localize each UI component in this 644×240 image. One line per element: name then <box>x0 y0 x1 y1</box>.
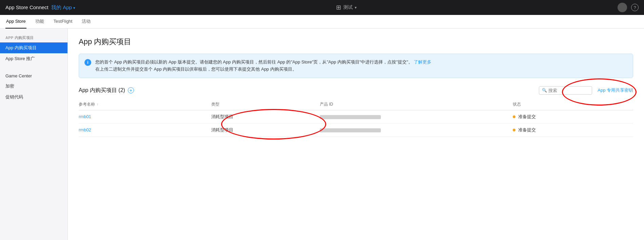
nav-activity[interactable]: 活动 <box>81 15 91 29</box>
col-header-product-id: 产品 ID <box>320 99 513 110</box>
row2-type: 消耗型项目 <box>211 123 320 136</box>
shared-key-link[interactable]: App 专用共享密钥 <box>598 87 633 93</box>
secondary-nav: App Store 功能 TestFlight 活动 <box>0 15 644 29</box>
sidebar-item-appstore-promo[interactable]: App Store 推广 <box>0 53 67 64</box>
add-iap-button[interactable]: + <box>128 87 134 93</box>
row1-type: 消耗型项目 <box>211 110 320 123</box>
sidebar-section-label: APP 内购买项目 <box>0 35 67 42</box>
section-title: App 内购买项目 (2) + <box>79 87 134 94</box>
row1-status: 准备提交 <box>513 110 633 123</box>
header-right: ? <box>618 3 639 12</box>
brand-title: App Store Connect 我的 App ▾ <box>5 4 75 11</box>
col-header-name: 参考名称 ↑ <box>79 99 211 110</box>
row2-name-link[interactable]: rmb02 <box>79 127 91 132</box>
section-title-text: App 内购买项目 (2) <box>79 87 125 94</box>
row2-id-blurred <box>320 128 381 132</box>
row2-product-id <box>320 123 513 136</box>
top-header: App Store Connect 我的 App ▾ ⊞ 测试 ▾ ? <box>0 0 644 15</box>
main-content: App 内购买项目 i 您的首个 App 内购买项目必须以新的 App 版本提交… <box>68 29 644 240</box>
sidebar-item-gamecenter[interactable]: Game Center <box>0 71 67 81</box>
info-text-line2: 在上传二进制文件并提交首个 App 内购买项目以供审核后，您可以使用下表提交其他… <box>95 67 297 72</box>
my-app-label[interactable]: 我的 App <box>51 4 72 10</box>
table-row: rmb01 消耗型项目 准备提交 <box>79 110 633 123</box>
row2-status: 准备提交 <box>513 123 633 136</box>
info-text: 您的首个 App 内购买项目必须以新的 App 版本提交。请创建您的 App 内… <box>95 59 431 73</box>
iap-table: 参考名称 ↑ 类型 产品 ID 状态 rmb01 消耗型项目 准备提交 <box>79 99 633 137</box>
col-header-status: 状态 <box>513 99 633 110</box>
sidebar-item-iap[interactable]: App 内购买项目 <box>0 42 67 53</box>
sidebar-item-encryption[interactable]: 加密 <box>0 81 67 92</box>
info-learn-more-link[interactable]: 了解更多 <box>414 59 431 64</box>
nav-features[interactable]: 功能 <box>35 15 45 29</box>
row2-name: rmb02 <box>79 123 211 136</box>
search-input[interactable] <box>548 88 589 93</box>
search-box: 🔍 <box>539 86 592 95</box>
row1-id-blurred <box>320 115 381 119</box>
sidebar: APP 内购买项目 App 内购买项目 App Store 推广 Game Ce… <box>0 29 68 240</box>
col-header-type: 类型 <box>211 99 320 110</box>
header-left: App Store Connect 我的 App ▾ <box>5 4 75 11</box>
grid-icon: ⊞ <box>336 4 341 11</box>
row1-name-link[interactable]: rmb01 <box>79 114 91 119</box>
table-row: rmb02 消耗型项目 准备提交 <box>79 123 633 136</box>
row2-status-text: 准备提交 <box>518 127 536 132</box>
help-button[interactable]: ? <box>631 4 639 11</box>
search-icon: 🔍 <box>542 88 547 93</box>
info-text-line1: 您的首个 App 内购买项目必须以新的 App 版本提交。请创建您的 App 内… <box>95 59 413 64</box>
sidebar-spacer <box>0 64 67 71</box>
nav-appstore[interactable]: App Store <box>5 15 26 29</box>
layout: APP 内购买项目 App 内购买项目 App Store 推广 Game Ce… <box>0 29 644 240</box>
page-title: App 内购买项目 <box>79 37 633 47</box>
row1-product-id <box>320 110 513 123</box>
table-container: 参考名称 ↑ 类型 产品 ID 状态 rmb01 消耗型项目 准备提交 <box>79 99 633 137</box>
header-center: ⊞ 测试 ▾ <box>336 4 357 11</box>
env-chevron-icon[interactable]: ▾ <box>355 5 357 10</box>
row1-status-dot <box>513 115 515 118</box>
nav-testflight[interactable]: TestFlight <box>53 15 73 29</box>
info-icon: i <box>84 59 91 66</box>
env-label[interactable]: 测试 <box>343 4 353 11</box>
section-right: 🔍 App 专用共享密钥 <box>539 86 633 95</box>
chevron-down-icon[interactable]: ▾ <box>73 6 75 10</box>
avatar[interactable] <box>618 3 627 12</box>
row1-name: rmb01 <box>79 110 211 123</box>
sidebar-item-promo-codes[interactable]: 促销代码 <box>0 92 67 103</box>
row1-status-text: 准备提交 <box>518 114 536 119</box>
info-box: i 您的首个 App 内购买项目必须以新的 App 版本提交。请创建您的 App… <box>79 54 633 78</box>
row2-status-dot <box>513 129 515 131</box>
section-header: App 内购买项目 (2) + 🔍 App 专用共享密钥 <box>79 86 633 95</box>
